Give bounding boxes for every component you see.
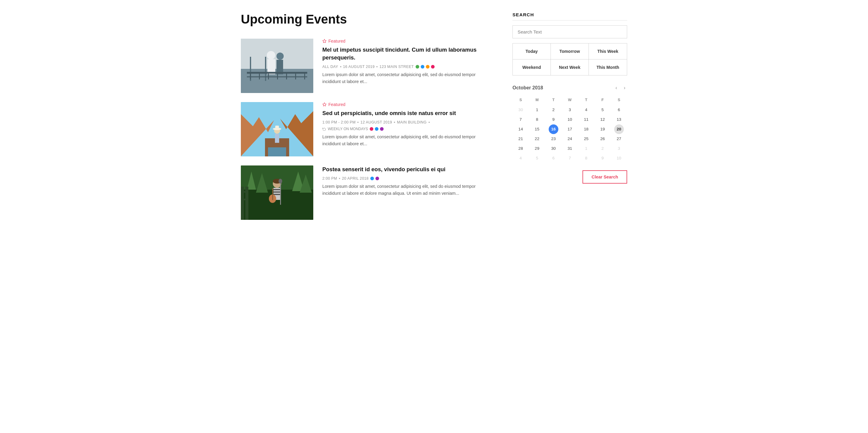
cal-day[interactable]: 19 — [599, 125, 606, 134]
cal-day[interactable]: 31 — [566, 144, 573, 153]
cal-day[interactable]: 11 — [583, 115, 590, 124]
filter-today-button[interactable]: Today — [513, 44, 551, 59]
search-section-title: SEARCH — [513, 12, 627, 21]
svg-rect-27 — [275, 125, 279, 129]
cal-day[interactable]: 2 — [600, 144, 605, 153]
cal-day[interactable]: 27 — [615, 134, 622, 143]
cal-day[interactable]: 17 — [566, 125, 573, 134]
cal-day[interactable]: 24 — [566, 134, 573, 143]
filter-tomorrow-button[interactable]: Tomorrow — [551, 44, 589, 59]
cal-day[interactable]: 5 — [600, 105, 605, 114]
sidebar: SEARCH Today Tomorrow This Week Weekend … — [513, 12, 627, 220]
cal-day[interactable]: 7 — [518, 115, 523, 124]
cal-day[interactable]: 21 — [517, 134, 524, 143]
cal-day[interactable]: 12 — [599, 115, 606, 124]
event-description-1: Lorem ipsum dolor sit amet, consectetur … — [322, 71, 494, 85]
color-dot — [370, 177, 374, 180]
dot-separator — [340, 66, 341, 67]
svg-rect-20 — [241, 102, 313, 123]
main-content: Upcoming Events — [241, 12, 494, 220]
dot-separator — [357, 122, 359, 123]
cal-day-selected[interactable]: 20 — [614, 124, 624, 134]
cal-day[interactable]: 8 — [535, 115, 539, 124]
cal-day[interactable]: 30 — [517, 105, 524, 114]
svg-rect-44 — [273, 192, 281, 193]
cal-day[interactable]: 1 — [584, 144, 589, 153]
cal-day[interactable]: 3 — [567, 105, 572, 114]
star-icon — [322, 39, 327, 43]
cal-day[interactable]: 15 — [534, 125, 540, 134]
cal-day[interactable]: 29 — [534, 144, 540, 153]
svg-marker-29 — [322, 103, 326, 106]
event-image-1 — [241, 39, 313, 93]
cal-day[interactable]: 4 — [584, 105, 589, 114]
calendar-grid: S M T W T F S 30 1 2 3 4 5 6 7 8 9 10 — [513, 96, 627, 163]
cal-day[interactable]: 5 — [535, 154, 539, 163]
cal-day[interactable]: 30 — [550, 144, 557, 153]
cal-day-today[interactable]: 16 — [549, 124, 558, 134]
dot-separator — [429, 122, 430, 123]
svg-rect-15 — [286, 72, 287, 79]
cal-day[interactable]: 6 — [617, 105, 621, 114]
filter-next-week-button[interactable]: Next Week — [551, 59, 589, 75]
dot-separator — [339, 178, 340, 179]
cal-day[interactable]: 3 — [617, 144, 621, 153]
cal-day[interactable]: 18 — [583, 125, 590, 134]
event-list: Featured Mel ut impetus suscipit tincidu… — [241, 39, 494, 220]
svg-rect-17 — [304, 72, 305, 79]
color-dot — [380, 127, 383, 131]
cal-day[interactable]: 9 — [600, 154, 605, 163]
calendar-header: October 2018 ‹ › — [513, 85, 627, 91]
svg-point-7 — [276, 53, 284, 60]
cal-day[interactable]: 4 — [518, 154, 523, 163]
cal-day[interactable]: 26 — [599, 134, 606, 143]
cal-header-s1: S — [513, 96, 529, 105]
svg-rect-14 — [277, 72, 278, 79]
featured-badge-1: Featured — [322, 39, 494, 44]
cal-day[interactable]: 6 — [551, 154, 556, 163]
filter-this-week-button[interactable]: This Week — [589, 44, 627, 59]
search-input[interactable] — [513, 25, 627, 38]
cal-day[interactable]: 22 — [534, 134, 540, 143]
svg-rect-28 — [275, 134, 279, 143]
svg-rect-16 — [295, 72, 296, 79]
cal-day[interactable]: 7 — [567, 154, 572, 163]
filter-this-month-button[interactable]: This Month — [589, 59, 627, 75]
svg-rect-24 — [268, 147, 286, 156]
cal-header-f: F — [594, 96, 611, 105]
cal-day[interactable]: 2 — [551, 105, 556, 114]
cal-day[interactable]: 1 — [535, 105, 539, 114]
cal-day[interactable]: 8 — [584, 154, 589, 163]
event-color-dots-3 — [370, 177, 379, 180]
cal-day[interactable]: 10 — [566, 115, 573, 124]
page-title: Upcoming Events — [241, 12, 494, 27]
cal-header-t2: T — [578, 96, 594, 105]
event-meta-3: 2:00 PM 20 APRIL 2018 — [322, 176, 494, 180]
svg-rect-12 — [259, 72, 260, 79]
color-dot — [431, 65, 435, 68]
filter-weekend-button[interactable]: Weekend — [513, 59, 551, 75]
color-dot — [421, 65, 424, 68]
cal-day[interactable]: 10 — [615, 154, 622, 163]
event-image-3 — [241, 166, 313, 220]
calendar-prev-button[interactable]: ‹ — [614, 85, 619, 91]
calendar-next-button[interactable]: › — [622, 85, 627, 91]
event-meta-2: 1:00 PM - 2:00 PM 12 AUGUST 2019 MAIN BU… — [322, 120, 494, 124]
recurrence-icon — [322, 127, 326, 131]
event-body-3: Postea senserit id eos, vivendo periculi… — [322, 166, 494, 197]
cal-day[interactable]: 13 — [615, 115, 622, 124]
event-title-3: Postea senserit id eos, vivendo periculi… — [322, 166, 494, 173]
cal-header-t1: T — [546, 96, 562, 105]
cal-day[interactable]: 28 — [517, 144, 524, 153]
cal-day[interactable]: 9 — [551, 115, 556, 124]
table-row: Featured Sed ut perspiciatis, unde omnis… — [241, 102, 494, 156]
svg-point-49 — [279, 179, 282, 183]
cal-day[interactable]: 14 — [517, 125, 524, 134]
clear-search-button[interactable]: Clear Search — [583, 170, 627, 183]
table-row: Featured Mel ut impetus suscipit tincidu… — [241, 39, 494, 93]
cal-day[interactable]: 25 — [583, 134, 590, 143]
svg-marker-18 — [322, 39, 326, 42]
cal-day[interactable]: 23 — [550, 134, 557, 143]
cal-header-s2: S — [611, 96, 627, 105]
event-description-3: Lorem ipsum dolor sit amet, consectetur … — [322, 183, 494, 197]
